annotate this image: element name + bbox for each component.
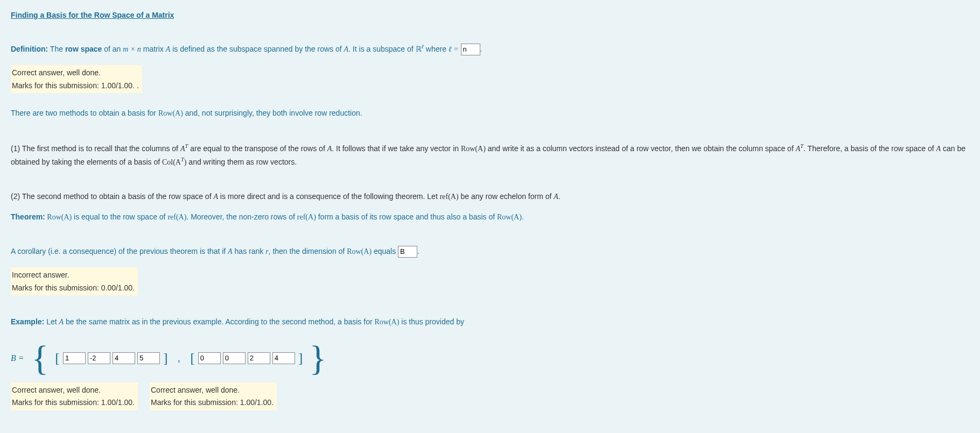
feedback-line: Correct answer, well done.: [12, 384, 135, 396]
math-R: ℝ: [416, 45, 422, 53]
text: A corollary (i.e. a consequence) of the …: [11, 247, 228, 255]
math-rowA: Row(A): [347, 247, 372, 255]
text: has rank: [233, 247, 265, 255]
definition-paragraph: Definition: The row space of an m × n ma…: [11, 42, 969, 55]
feedback-incorrect: Incorrect answer. Marks for this submiss…: [11, 267, 138, 295]
definition-label: Definition:: [11, 45, 48, 53]
math-ell-eq: ℓ =: [449, 45, 459, 53]
vec2-entry-1[interactable]: [223, 352, 246, 364]
feedback-marks: Marks for this submission: 0.00/1.00.: [12, 282, 135, 294]
vec2-entry-0[interactable]: [198, 352, 221, 364]
text: .: [480, 45, 482, 53]
feedback-line: Incorrect answer.: [12, 269, 135, 281]
feedback-correct-1: Correct answer, well done. Marks for thi…: [11, 65, 142, 93]
left-bracket-icon: [: [54, 350, 61, 366]
math-refA: ref(A): [440, 193, 459, 201]
vec1-entry-0[interactable]: [63, 352, 86, 364]
text: be the same matrix as in the previous ex…: [64, 317, 374, 326]
right-bracket-icon: ]: [297, 350, 304, 366]
feedback-marks: Marks for this submission: 1.00/1.00. .: [12, 80, 139, 91]
text: are equal to the transpose of the rows o…: [188, 144, 327, 153]
text: be any row echelon form of: [459, 192, 554, 201]
math-AT: A: [796, 145, 801, 153]
math-mxn: m × n: [123, 45, 141, 53]
text: equals: [372, 247, 398, 255]
page-title-link[interactable]: Finding a Basis for the Row Space of a M…: [11, 11, 174, 19]
text: (2) The second method to obtain a basis …: [11, 192, 213, 201]
text: is thus provided by: [399, 317, 464, 326]
text: . Moreover, the non-zero rows of: [186, 212, 297, 221]
math-A: A: [344, 45, 349, 53]
math-refA: ref(A): [297, 213, 316, 221]
right-brace-icon: }: [310, 340, 327, 376]
math-rowA: Row(A): [374, 318, 399, 326]
text: The: [48, 45, 65, 53]
corollary-paragraph: A corollary (i.e. a consequence) of the …: [11, 245, 969, 258]
text: Let: [44, 317, 59, 326]
text: where: [424, 45, 449, 53]
math-A: A: [228, 247, 233, 255]
basis-B-equals: B =: [11, 353, 26, 363]
math-colAT: Col(A: [162, 158, 181, 166]
text: and write it as a column vectors instead…: [486, 144, 796, 153]
text: . It is a subspace of: [348, 45, 416, 53]
methods-intro: There are two methods to obtain a basis …: [11, 107, 969, 120]
feedback-marks: Marks for this submission: 1.00/1.00.: [12, 396, 135, 408]
vec2-entry-2[interactable]: [248, 352, 270, 364]
row-vector-1: [ ]: [54, 350, 169, 366]
text: .: [522, 212, 524, 221]
math-rowA: Row(A): [45, 213, 72, 221]
math-A: A: [213, 193, 218, 201]
math-rowA: Row(A): [497, 213, 522, 221]
math-A: A: [59, 318, 64, 326]
math-rowA: Row(A): [461, 145, 486, 153]
comma-separator: ,: [174, 352, 184, 364]
method-1-paragraph: (1) The first method is to recall that t…: [11, 141, 969, 169]
text: (1) The first method is to recall that t…: [11, 144, 180, 153]
feedback-correct-vec2: Correct answer, well done. Marks for thi…: [150, 382, 277, 410]
vec2-entry-3[interactable]: [272, 352, 295, 364]
text: is more direct and is a consequence of t…: [218, 192, 440, 201]
text: of an: [102, 45, 123, 53]
advantage-paragraph: The advantage of the second method for f…: [11, 431, 969, 433]
vec1-entry-3[interactable]: [137, 352, 160, 364]
example-paragraph: Example: Let A be the same matrix as in …: [11, 316, 969, 329]
text: and writing them as row vectors.: [186, 158, 297, 166]
text: form a basis of its row space and thus a…: [316, 212, 497, 221]
feedback-correct-vec1: Correct answer, well done. Marks for thi…: [11, 382, 138, 410]
math-A: A: [936, 145, 941, 153]
text: is defined as the subspace spanned by th…: [170, 45, 344, 53]
math-A: A: [166, 45, 171, 53]
math-refA: ref(A): [167, 213, 186, 221]
text: .: [417, 247, 419, 255]
text: matrix: [141, 45, 166, 53]
dimension-input[interactable]: [398, 246, 417, 258]
left-brace-icon: {: [32, 340, 49, 376]
text: . It follows that if we take any vector …: [332, 144, 461, 153]
math-A: A: [327, 145, 332, 153]
vec1-entry-1[interactable]: [88, 352, 110, 364]
text: . Therefore, a basis of the row space of: [803, 144, 936, 153]
text: .: [558, 192, 561, 201]
vec1-entry-2[interactable]: [113, 352, 135, 364]
example-label: Example:: [11, 317, 44, 326]
basis-set: B = { [ ] , [ ] }: [11, 340, 969, 376]
feedback-marks: Marks for this submission: 1.00/1.00.: [151, 396, 274, 408]
math-rowA: Row(A): [158, 109, 183, 117]
theorem-paragraph: Theorem: Row(A) is equal to the row spac…: [11, 211, 969, 224]
feedback-line: Correct answer, well done.: [12, 67, 139, 79]
math-A: A: [554, 193, 558, 201]
term-row-space: row space: [65, 45, 102, 53]
row-vector-2: [ ]: [189, 350, 304, 366]
text: , then the dimension of: [269, 247, 347, 255]
text: There are two methods to obtain a basis …: [11, 109, 158, 117]
ell-input[interactable]: [461, 44, 480, 55]
theorem-label: Theorem:: [11, 212, 45, 221]
feedback-line: Correct answer, well done.: [151, 384, 274, 396]
text: and, not surprisingly, they both involve…: [183, 109, 362, 117]
right-bracket-icon: ]: [162, 350, 169, 366]
text: is equal to the row space of: [72, 212, 167, 221]
left-bracket-icon: [: [189, 350, 196, 366]
method-2-paragraph: (2) The second method to obtain a basis …: [11, 190, 969, 203]
